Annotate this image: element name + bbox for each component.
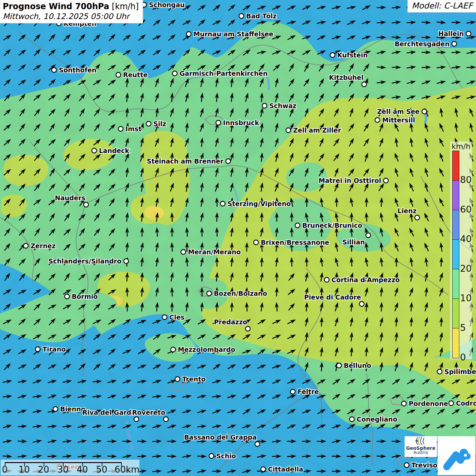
city: Brixen/Bressanone <box>254 239 329 246</box>
city-marker <box>402 401 406 406</box>
legend-segment <box>453 269 459 299</box>
city: Mezzolombardo <box>171 346 235 353</box>
city-marker <box>350 417 354 422</box>
model-label: Modell: C-LAEF <box>412 1 473 11</box>
legend-value: 60 <box>460 204 472 215</box>
city-label: Schongau <box>149 1 185 8</box>
city-marker <box>422 109 427 114</box>
city-label: Meran/Merano <box>188 248 241 256</box>
city-label: Landeck <box>99 147 129 154</box>
city-label: Silz <box>153 120 166 128</box>
city-label: Bienno <box>60 405 85 413</box>
geosphere-contours-icon <box>413 436 429 446</box>
city-marker <box>295 223 300 228</box>
city-label: Schwaz <box>269 102 296 109</box>
mountain-cloud-logo-icon <box>440 439 473 472</box>
city: Matrei in Osttirol <box>319 177 388 184</box>
city-label: Conegliano <box>357 415 397 423</box>
city-label: Pordenone <box>409 400 448 407</box>
city-marker <box>262 103 267 108</box>
weather-map-screenshot: SchongauBad TölzKemptenMurnau am Staffel… <box>0 0 476 476</box>
city-marker <box>23 243 28 248</box>
city-label: Codroipo <box>456 400 476 407</box>
city-marker <box>207 291 211 296</box>
city-marker <box>466 31 471 36</box>
legend-segment <box>453 328 459 358</box>
city-label: Riva del Garda <box>82 409 136 416</box>
model-box: Modell: C-LAEF <box>407 0 476 13</box>
city-marker <box>171 347 175 352</box>
geosphere-country: Austria <box>413 451 428 455</box>
city-marker <box>124 259 129 264</box>
city-marker <box>384 178 388 183</box>
city-marker <box>84 202 88 207</box>
city-marker <box>437 369 442 374</box>
partner-logo-box <box>438 436 475 475</box>
city: Conegliano <box>350 415 397 423</box>
city-label: Cittadella <box>268 465 303 473</box>
city: Silz <box>146 120 166 128</box>
city-label: Predazzo <box>214 318 247 326</box>
city-marker <box>324 277 329 282</box>
city-label: Innsbruck <box>223 119 259 126</box>
city-label: Belluno <box>344 362 371 369</box>
city-label: Matrei in Osttirol <box>319 177 381 184</box>
city-label: Steinach am Brenner <box>147 157 224 165</box>
city-marker <box>449 401 454 406</box>
city-marker <box>366 233 371 238</box>
city-marker <box>290 389 295 394</box>
city-label: Schio <box>216 452 236 460</box>
city-label: Trento <box>182 375 206 383</box>
scalebar: 0102030405060km <box>1 460 139 475</box>
city-marker <box>415 215 420 220</box>
city-label: Zell am See <box>377 108 420 115</box>
city-label: Bozen/Bolzano <box>214 290 267 297</box>
legend-value: 40 <box>460 234 472 244</box>
city-marker <box>452 41 457 46</box>
city-marker <box>209 454 214 458</box>
city-marker <box>359 302 364 306</box>
scalebar-label: 20 <box>38 464 49 475</box>
city-label: Bad Tölz <box>246 12 276 20</box>
legend-segment <box>453 299 459 328</box>
city-label: Pieve di Cadore <box>304 293 361 301</box>
city-marker <box>35 347 40 352</box>
city-marker <box>162 315 167 320</box>
geosphere-logo: GeoSphere Austria <box>405 436 437 457</box>
city: Zell am Ziller <box>286 126 341 134</box>
city-marker <box>134 417 139 422</box>
scalebar-label: 50 <box>96 464 107 475</box>
city: Sterzing/Vipiteno <box>220 200 291 207</box>
city-marker <box>261 467 266 472</box>
city-marker <box>220 201 225 206</box>
geosphere-name: GeoSphere <box>406 446 436 451</box>
legend-segment <box>453 181 459 210</box>
city-label: Lienz <box>397 207 417 215</box>
city-marker <box>175 377 180 381</box>
map-subtitle: Mittwoch, 10.12.2025 05:00 Uhr <box>3 12 139 21</box>
scalebar-label: 40 <box>76 464 88 475</box>
legend-value: 80 <box>460 175 472 185</box>
city-marker <box>254 240 258 245</box>
city-label: Berchtesgaden <box>395 40 449 48</box>
city: Meran/Merano <box>181 248 241 256</box>
city-marker <box>239 14 244 18</box>
city-label: Hallein <box>438 30 464 37</box>
map-title-unit: [km/h] <box>109 2 139 11</box>
city-marker <box>181 250 186 254</box>
city-label: Treviso <box>411 461 437 469</box>
map-title: Prognose Wind 700hPa [km/h] <box>3 2 139 11</box>
city: Bruneck/Brunico <box>295 222 362 229</box>
city-label: Kufstein <box>337 51 368 59</box>
city-label: Schlanders/Silandro <box>48 257 121 265</box>
city-label: Mittersill <box>382 116 415 124</box>
city-marker <box>146 121 151 126</box>
city-marker <box>362 82 367 87</box>
legend-colorbar <box>452 151 459 358</box>
city: Zell am See <box>377 108 427 115</box>
city-label: Sonthofen <box>59 66 97 74</box>
city: Berchtesgaden <box>395 40 457 48</box>
scalebar-label: 30 <box>57 464 68 475</box>
city-marker <box>52 68 56 72</box>
city: Pordenone <box>402 400 448 407</box>
